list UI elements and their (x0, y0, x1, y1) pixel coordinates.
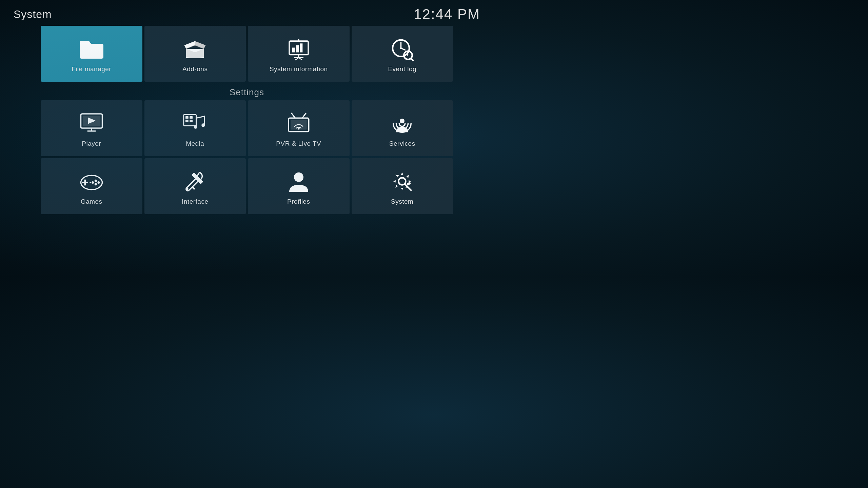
tile-interface[interactable]: Interface (144, 158, 246, 214)
svg-point-46 (90, 182, 91, 183)
svg-line-14 (401, 48, 405, 50)
pvr-icon (287, 111, 311, 135)
media-icon (183, 111, 207, 135)
svg-point-53 (399, 178, 406, 185)
settings-section-label: Settings (41, 87, 453, 98)
player-icon (80, 111, 103, 135)
svg-point-17 (407, 54, 408, 55)
main-content: File manager Add-ons (0, 26, 494, 214)
tile-pvr-live-tv[interactable]: PVR & Live TV (248, 100, 350, 156)
svg-point-48 (186, 188, 189, 190)
tile-label-interface: Interface (182, 198, 208, 205)
svg-point-34 (298, 128, 299, 129)
page-title: System (14, 8, 52, 21)
add-ons-icon (183, 37, 207, 61)
tile-system-information[interactable]: System information (248, 26, 350, 82)
tile-games[interactable]: Games (41, 158, 142, 214)
tile-system[interactable]: System (352, 158, 453, 214)
settings-grid: Player Media (41, 100, 453, 214)
clock: 12:44 PM (414, 6, 480, 22)
svg-rect-25 (190, 116, 193, 119)
svg-line-32 (292, 113, 295, 118)
top-row: File manager Add-ons (41, 26, 453, 82)
svg-rect-4 (300, 43, 302, 52)
tile-event-log[interactable]: Event log (352, 26, 453, 82)
svg-rect-24 (185, 116, 189, 119)
event-log-icon (390, 37, 414, 61)
svg-point-43 (97, 181, 100, 184)
svg-rect-0 (80, 44, 103, 59)
svg-line-33 (302, 113, 306, 118)
svg-point-52 (294, 172, 303, 182)
svg-rect-2 (292, 47, 295, 52)
tile-label-file-manager: File manager (72, 65, 111, 73)
svg-rect-27 (190, 120, 193, 122)
tile-label-event-log: Event log (388, 65, 416, 73)
tile-label-games: Games (81, 198, 102, 205)
games-icon (80, 169, 103, 193)
tile-label-add-ons: Add-ons (182, 65, 208, 73)
system-icon (390, 169, 414, 193)
tile-label-player: Player (82, 140, 101, 147)
tile-add-ons[interactable]: Add-ons (144, 26, 246, 82)
tile-services[interactable]: Services (352, 100, 453, 156)
tile-label-profiles: Profiles (287, 198, 310, 205)
header: System 12:44 PM (0, 0, 494, 26)
tile-label-pvr: PVR & Live TV (276, 140, 321, 147)
system-info-icon (287, 37, 311, 61)
services-icon (390, 111, 414, 135)
tile-player[interactable]: Player (41, 100, 142, 156)
svg-rect-26 (185, 120, 189, 122)
tile-label-system: System (391, 198, 413, 205)
tile-media[interactable]: Media (144, 100, 246, 156)
svg-line-16 (411, 58, 414, 61)
interface-icon (183, 169, 207, 193)
svg-point-42 (95, 179, 97, 182)
profiles-icon (287, 169, 311, 193)
tile-label-media: Media (186, 140, 204, 147)
svg-rect-3 (296, 45, 299, 52)
tile-profiles[interactable]: Profiles (248, 158, 350, 214)
svg-point-47 (92, 182, 93, 183)
svg-point-28 (194, 125, 198, 129)
tile-label-system-information: System information (270, 65, 328, 73)
tile-file-manager[interactable]: File manager (41, 26, 142, 82)
svg-point-38 (400, 119, 405, 123)
svg-point-44 (95, 183, 97, 185)
tile-label-services: Services (389, 140, 415, 147)
svg-point-29 (202, 123, 205, 127)
file-manager-icon (80, 37, 103, 61)
